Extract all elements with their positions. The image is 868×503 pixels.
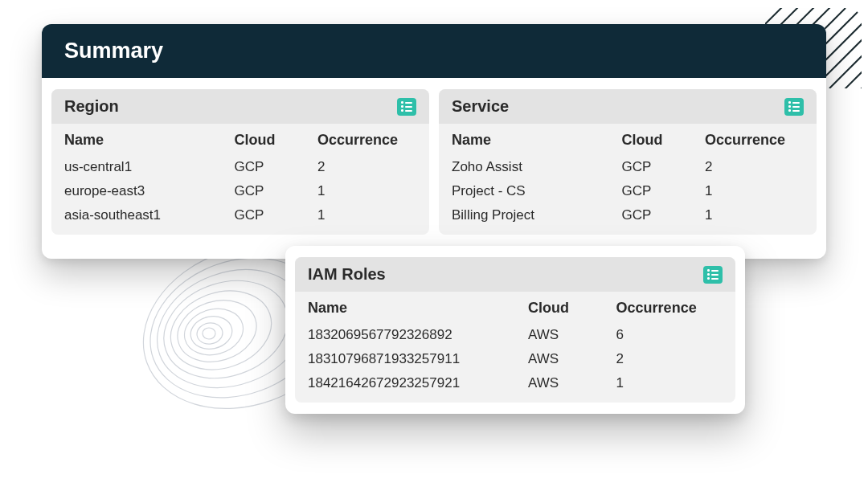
iam-roles-panel-header: IAM Roles: [295, 257, 735, 292]
col-cloud: Cloud: [609, 124, 692, 155]
table-row: Billing Project GCP 1: [439, 203, 817, 235]
cell-name: 18310796871933257911: [295, 347, 515, 371]
cell-name: Billing Project: [439, 203, 609, 235]
region-table: Name Cloud Occurrence us-central1 GCP 2 …: [51, 124, 429, 235]
cell-occurrence: 6: [604, 323, 735, 347]
col-occurrence: Occurrence: [692, 124, 817, 155]
region-panel: Region Name Cloud Occurrence: [51, 89, 429, 235]
cell-occurrence: 2: [305, 155, 429, 179]
summary-title: Summary: [42, 24, 826, 78]
region-panel-header: Region: [51, 89, 429, 124]
svg-line-0: [765, 8, 797, 24]
table-header-row: Name Cloud Occurrence: [439, 124, 817, 155]
cell-cloud: GCP: [609, 155, 692, 179]
table-header-row: Name Cloud Occurrence: [295, 292, 735, 323]
table-row: Project - CS GCP 1: [439, 179, 817, 203]
cell-occurrence: 2: [604, 347, 735, 371]
cell-name: 1832069567792326892: [295, 323, 515, 347]
col-name: Name: [295, 292, 515, 323]
list-icon[interactable]: [397, 98, 416, 116]
svg-point-15: [170, 291, 264, 371]
cell-occurrence: 1: [604, 371, 735, 403]
cell-occurrence: 1: [305, 179, 429, 203]
svg-line-7: [821, 32, 862, 80]
svg-point-11: [203, 328, 215, 339]
iam-roles-table: Name Cloud Occurrence 183206956779232689…: [295, 292, 735, 403]
col-cloud: Cloud: [222, 124, 305, 155]
cell-cloud: AWS: [515, 323, 604, 347]
cell-cloud: GCP: [609, 203, 692, 235]
svg-point-14: [179, 302, 248, 361]
cell-occurrence: 2: [692, 155, 817, 179]
cell-name: asia-southeast1: [51, 203, 222, 235]
service-table: Name Cloud Occurrence Zoho Assist GCP 2 …: [439, 124, 817, 235]
cell-occurrence: 1: [692, 203, 817, 235]
iam-roles-card: IAM Roles Name Cloud Occurrence 18320695…: [285, 246, 745, 414]
cell-name: us-central1: [51, 155, 222, 179]
svg-point-17: [150, 264, 301, 394]
svg-point-13: [187, 313, 235, 353]
cell-occurrence: 1: [692, 179, 817, 203]
service-panel: Service Name Cloud Occurrence: [439, 89, 817, 235]
cell-cloud: GCP: [222, 179, 305, 203]
iam-roles-panel: IAM Roles Name Cloud Occurrence 18320695…: [295, 257, 735, 403]
cell-name: Zoho Assist: [439, 155, 609, 179]
table-row: 1832069567792326892 AWS 6: [295, 323, 735, 347]
cell-cloud: GCP: [222, 155, 305, 179]
cell-name: europe-east3: [51, 179, 222, 203]
cell-cloud: GCP: [222, 203, 305, 235]
table-row: europe-east3 GCP 1: [51, 179, 429, 203]
table-row: us-central1 GCP 2: [51, 155, 429, 179]
region-panel-title: Region: [64, 97, 119, 116]
iam-roles-panel-title: IAM Roles: [308, 265, 386, 284]
table-row: 18421642672923257921 AWS 1: [295, 371, 735, 403]
list-icon[interactable]: [703, 266, 723, 284]
table-row: Zoho Assist GCP 2: [439, 155, 817, 179]
cell-occurrence: 1: [305, 203, 429, 235]
summary-card: Summary Region Name Cloud Occurrence: [42, 24, 826, 259]
col-occurrence: Occurrence: [604, 292, 735, 323]
cell-name: 18421642672923257921: [295, 371, 515, 403]
col-name: Name: [439, 124, 609, 155]
service-panel-title: Service: [452, 97, 509, 116]
cell-cloud: AWS: [515, 347, 604, 371]
table-row: asia-southeast1 GCP 1: [51, 203, 429, 235]
cell-cloud: AWS: [515, 371, 604, 403]
summary-body: Region Name Cloud Occurrence: [42, 78, 826, 246]
table-header-row: Name Cloud Occurrence: [51, 124, 429, 155]
cell-name: Project - CS: [439, 179, 609, 203]
col-name: Name: [51, 124, 222, 155]
col-occurrence: Occurrence: [305, 124, 429, 155]
svg-point-12: [195, 321, 223, 346]
cell-cloud: GCP: [609, 179, 692, 203]
list-icon[interactable]: [784, 98, 804, 116]
table-row: 18310796871933257911 AWS 2: [295, 347, 735, 371]
col-cloud: Cloud: [515, 292, 604, 323]
service-panel-header: Service: [439, 89, 817, 124]
